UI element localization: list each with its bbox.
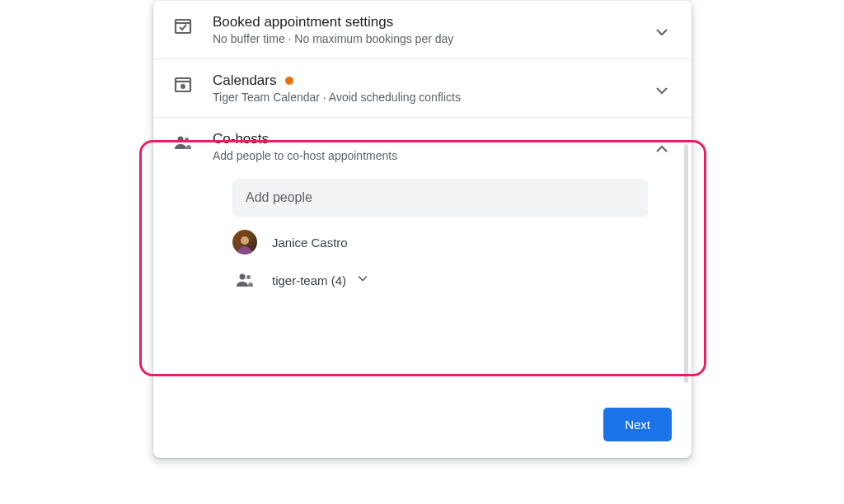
people-icon xyxy=(173,133,193,152)
cohosts-subtitle: Add people to co-host appointments xyxy=(213,149,652,162)
section-booked-settings[interactable]: Booked appointment settings No buffer ti… xyxy=(153,0,692,58)
footer: Next xyxy=(584,391,692,458)
calendar-dot-icon xyxy=(173,74,193,94)
add-people-input[interactable] xyxy=(232,179,648,217)
svg-point-8 xyxy=(246,275,251,279)
cohosts-title: Co-hosts xyxy=(213,131,652,147)
indicator-dot-icon xyxy=(285,77,293,85)
booked-settings-subtitle: No buffer time · No maximum bookings per… xyxy=(213,32,652,45)
calendars-title-text: Calendars xyxy=(213,72,277,89)
settings-panel: Booked appointment settings No buffer ti… xyxy=(153,0,692,458)
person-name: Janice Castro xyxy=(272,236,348,250)
chevron-down-icon[interactable] xyxy=(652,81,672,100)
svg-point-7 xyxy=(240,274,246,280)
people-icon xyxy=(232,268,257,292)
calendars-title: Calendars xyxy=(213,72,652,89)
svg-point-4 xyxy=(181,85,185,88)
section-calendars[interactable]: Calendars Tiger Team Calendar · Avoid sc… xyxy=(153,58,692,117)
section-cohosts: Co-hosts Add people to co-host appointme… xyxy=(153,117,692,307)
group-name: tiger-team (4) xyxy=(272,273,346,287)
checkbox-calendar-icon xyxy=(173,16,193,35)
svg-point-6 xyxy=(185,138,189,142)
chevron-up-icon[interactable] xyxy=(652,139,672,159)
cohost-group-row[interactable]: tiger-team (4) xyxy=(232,268,672,292)
chevron-down-icon[interactable] xyxy=(354,270,371,290)
avatar xyxy=(232,230,257,254)
cohosts-header[interactable]: Co-hosts Add people to co-host appointme… xyxy=(173,131,672,162)
chevron-down-icon[interactable] xyxy=(652,22,672,42)
calendars-subtitle: Tiger Team Calendar · Avoid scheduling c… xyxy=(213,91,652,104)
svg-rect-0 xyxy=(176,20,190,33)
svg-point-5 xyxy=(178,137,184,142)
scrollbar[interactable] xyxy=(684,144,688,383)
booked-settings-title: Booked appointment settings xyxy=(213,14,652,30)
next-button[interactable]: Next xyxy=(603,408,672,441)
cohost-person-row[interactable]: Janice Castro xyxy=(232,230,672,254)
